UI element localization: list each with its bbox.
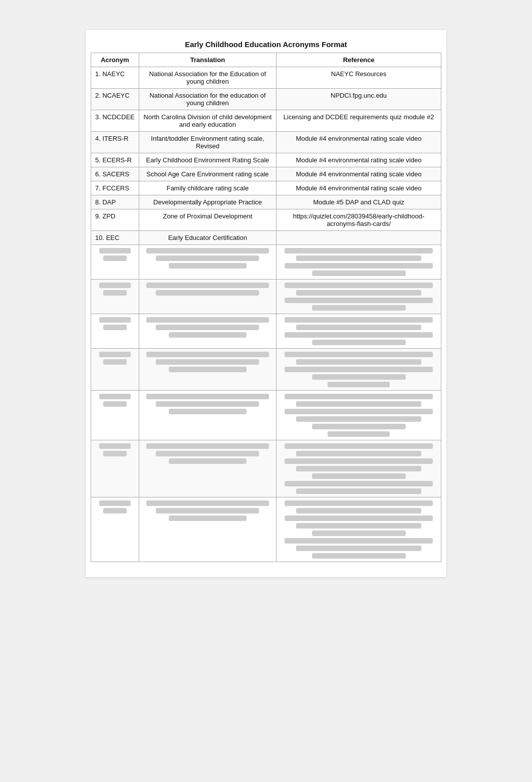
table-row-blurred — [91, 245, 441, 280]
cell-acronym: 6. SACERS — [91, 167, 139, 181]
table-row: 10. EECEarly Educator Certification — [91, 231, 441, 245]
cell-acronym-blurred — [91, 314, 139, 349]
cell-translation: Early Childhood Environment Rating Scale — [139, 153, 276, 167]
cell-reference: Module #4 environmental rating scale vid… — [277, 153, 441, 167]
cell-reference — [277, 231, 441, 245]
cell-acronym-blurred — [91, 440, 139, 497]
cell-translation: National Association for the Education o… — [139, 67, 276, 89]
cell-acronym: 7. FCCERS — [91, 181, 139, 195]
table-row: 9. ZPDZone of Proximal Developmenthttps:… — [91, 209, 441, 231]
cell-translation: Zone of Proximal Development — [139, 209, 276, 231]
table-header-row: Acronym Translation Reference — [91, 53, 441, 67]
table-row-blurred — [91, 391, 441, 440]
cell-acronym: 10. EEC — [91, 231, 139, 245]
table-row: 2. NCAEYCNational Association for the ed… — [91, 89, 441, 110]
cell-translation-blurred — [139, 497, 276, 562]
cell-translation: Infant/toddler Environment rating scale,… — [139, 132, 276, 153]
cell-acronym: 3. NCDCDEE — [91, 110, 139, 132]
cell-acronym: 8. DAP — [91, 195, 139, 209]
cell-translation-blurred — [139, 440, 276, 497]
cell-translation: Developmentally Appropriate Practice — [139, 195, 276, 209]
acronyms-table: Acronym Translation Reference 1. NAEYCNa… — [91, 53, 441, 562]
cell-reference-blurred — [277, 245, 441, 280]
cell-acronym-blurred — [91, 349, 139, 391]
cell-acronym: 1. NAEYC — [91, 67, 139, 89]
cell-translation-blurred — [139, 349, 276, 391]
cell-translation: North Carolina Division of child develop… — [139, 110, 276, 132]
cell-reference: Licensing and DCDEE requirements quiz mo… — [277, 110, 441, 132]
cell-acronym: 2. NCAEYC — [91, 89, 139, 110]
cell-reference: Module #4 environmental rating scale vid… — [277, 181, 441, 195]
cell-acronym: 9. ZPD — [91, 209, 139, 231]
table-row: 5. ECERS-REarly Childhood Environment Ra… — [91, 153, 441, 167]
cell-translation-blurred — [139, 391, 276, 440]
cell-translation: Early Educator Certification — [139, 231, 276, 245]
cell-reference-blurred — [277, 497, 441, 562]
cell-reference-blurred — [277, 440, 441, 497]
table-row-blurred — [91, 280, 441, 314]
cell-reference: Module #5 DAP and CLAD quiz — [277, 195, 441, 209]
table-row: 4. ITERS-RInfant/toddler Environment rat… — [91, 132, 441, 153]
table-row-blurred — [91, 497, 441, 562]
cell-translation-blurred — [139, 314, 276, 349]
cell-reference-blurred — [277, 280, 441, 314]
cell-translation-blurred — [139, 280, 276, 314]
table-row: 6. SACERSSchool Age Care Environment rat… — [91, 167, 441, 181]
cell-translation: Family childcare rating scale — [139, 181, 276, 195]
table-row: 3. NCDCDEENorth Carolina Division of chi… — [91, 110, 441, 132]
cell-reference: Module #4 environmental rating scale vid… — [277, 132, 441, 153]
table-row: 1. NAEYCNational Association for the Edu… — [91, 67, 441, 89]
cell-translation-blurred — [139, 245, 276, 280]
cell-translation: School Age Care Environment rating scale — [139, 167, 276, 181]
cell-reference-blurred — [277, 349, 441, 391]
table-row-blurred — [91, 349, 441, 391]
cell-reference: https://quizlet.com/28039458/early-child… — [277, 209, 441, 231]
table-row: 7. FCCERSFamily childcare rating scaleMo… — [91, 181, 441, 195]
table-row-blurred — [91, 440, 441, 497]
header-acronym: Acronym — [91, 53, 139, 67]
table-row-blurred — [91, 314, 441, 349]
table-row: 8. DAPDevelopmentally Appropriate Practi… — [91, 195, 441, 209]
cell-acronym: 5. ECERS-R — [91, 153, 139, 167]
cell-acronym-blurred — [91, 245, 139, 280]
header-reference: Reference — [277, 53, 441, 67]
cell-reference: Module #4 environmental rating scale vid… — [277, 167, 441, 181]
cell-acronym-blurred — [91, 497, 139, 562]
cell-acronym-blurred — [91, 391, 139, 440]
header-translation: Translation — [139, 53, 276, 67]
cell-translation: National Association for the education o… — [139, 89, 276, 110]
cell-reference-blurred — [277, 391, 441, 440]
page-title: Early Childhood Education Acronyms Forma… — [91, 40, 441, 49]
cell-reference-blurred — [277, 314, 441, 349]
cell-reference: NAEYC Resources — [277, 67, 441, 89]
cell-acronym-blurred — [91, 280, 139, 314]
cell-acronym: 4. ITERS-R — [91, 132, 139, 153]
cell-reference: NPDCI.fpg.unc.edu — [277, 89, 441, 110]
page-container: Early Childhood Education Acronyms Forma… — [86, 30, 446, 577]
